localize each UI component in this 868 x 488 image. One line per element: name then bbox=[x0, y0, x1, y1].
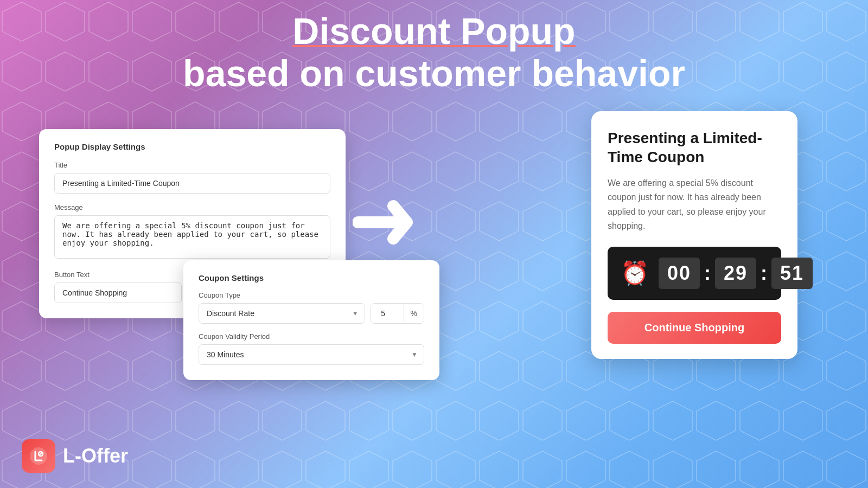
arrow-container bbox=[353, 190, 434, 257]
logo-text: L-Offer bbox=[63, 445, 128, 467]
logo-svg bbox=[29, 446, 48, 466]
coupon-type-select-wrapper: Discount Rate Fixed Amount ▼ bbox=[199, 303, 365, 324]
title-input[interactable] bbox=[54, 173, 330, 194]
page-title: Discount Popup based on customer behavio… bbox=[0, 10, 868, 94]
preview-card-message: We are offering a special 5% discount co… bbox=[608, 176, 781, 234]
validity-label: Coupon Validity Period bbox=[199, 332, 424, 341]
l-offer-logo-icon bbox=[22, 439, 55, 473]
settings-card-title: Popup Display Settings bbox=[54, 142, 330, 151]
validity-select[interactable]: 30 Minutes 1 Hour 2 Hours 24 Hours bbox=[199, 344, 424, 365]
arrow-icon bbox=[353, 190, 434, 255]
continue-shopping-button[interactable]: Continue Shopping bbox=[608, 312, 781, 344]
logo-area: L-Offer bbox=[22, 439, 128, 473]
timer-colon-2: : bbox=[761, 262, 767, 285]
timer-colon-1: : bbox=[704, 262, 711, 285]
coupon-card-title: Coupon Settings bbox=[199, 273, 424, 282]
timer-digits: 00 : 29 : 51 bbox=[659, 258, 813, 289]
percent-label: % bbox=[404, 304, 424, 323]
discount-value-input[interactable] bbox=[371, 304, 404, 323]
title-field-label: Title bbox=[54, 161, 330, 169]
timer-seconds: 51 bbox=[771, 258, 813, 289]
timer-minutes: 29 bbox=[715, 258, 756, 289]
message-textarea[interactable] bbox=[54, 215, 330, 259]
timer-hours: 00 bbox=[659, 258, 700, 289]
message-field-label: Message bbox=[54, 203, 330, 211]
title-line2: based on customer behavior bbox=[0, 52, 868, 94]
title-line1: Discount Popup bbox=[292, 10, 575, 52]
preview-card-title: Presenting a Limited-Time Coupon bbox=[608, 129, 781, 166]
timer-box: ⏰ 00 : 29 : 51 bbox=[608, 247, 781, 300]
coupon-type-select[interactable]: Discount Rate Fixed Amount bbox=[199, 303, 365, 324]
coupon-type-label: Coupon Type bbox=[199, 291, 424, 299]
preview-card: Presenting a Limited-Time Coupon We are … bbox=[591, 111, 797, 359]
discount-value-wrapper: % bbox=[371, 303, 424, 324]
svg-point-0 bbox=[30, 447, 47, 465]
button-text-preview: Continue Shopping bbox=[54, 282, 182, 303]
coupon-card: Coupon Settings Coupon Type Discount Rat… bbox=[183, 260, 439, 380]
validity-select-wrapper: 30 Minutes 1 Hour 2 Hours 24 Hours ▼ bbox=[199, 344, 424, 365]
alarm-icon: ⏰ bbox=[621, 260, 649, 286]
